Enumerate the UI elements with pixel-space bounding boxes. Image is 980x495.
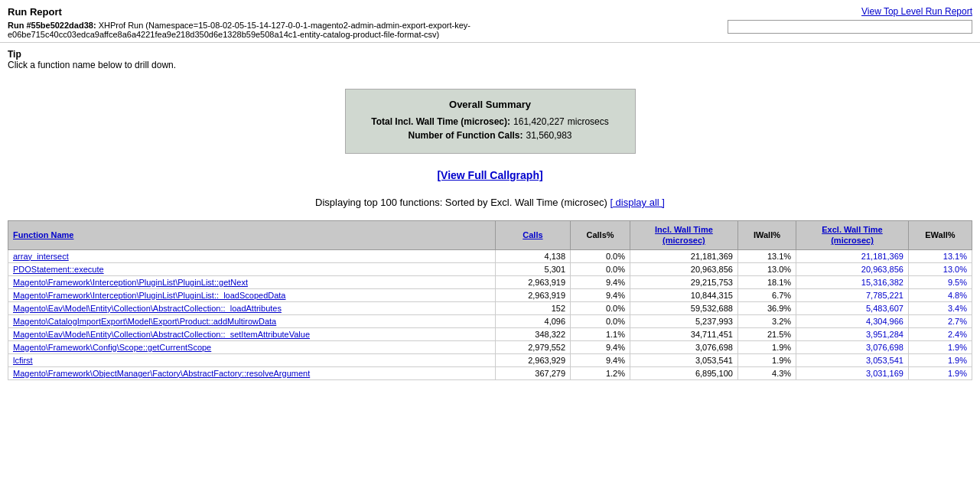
function-name-link[interactable]: Magento\Framework\Interception\PluginLis… (13, 278, 248, 287)
function-name-link[interactable]: Magento\Framework\ObjectManager\Factory\… (13, 369, 310, 378)
table-row: array_intersect4,1380.0%21,181,36913.1%2… (8, 249, 972, 262)
incl-wall-time-cell: 10,844,315 (630, 288, 737, 301)
table-header-row: Function Name Calls Calls% Incl. Wall Ti… (8, 221, 972, 250)
display-all-link[interactable]: [ display all ] (610, 197, 665, 208)
display-info-section: Displaying top 100 functions: Sorted by … (0, 197, 980, 208)
calls-cell: 4,096 (495, 314, 570, 327)
ewall-pct-cell: 1.9% (908, 366, 972, 379)
th-calls: Calls (495, 221, 570, 250)
ewall-pct-cell: 13.0% (908, 262, 972, 275)
function-name-link[interactable]: Magento\Eav\Model\Entity\Collection\Abst… (13, 304, 282, 313)
ewall-pct-cell: 1.9% (908, 353, 972, 366)
table-row: Magento\Framework\ObjectManager\Factory\… (8, 366, 972, 379)
num-calls-value: 31,560,983 (526, 130, 571, 141)
ewall-pct-cell: 3.4% (908, 301, 972, 314)
summary-calls-row: Number of Function Calls: 31,560,983 (369, 130, 612, 141)
calls-pct-cell: 9.4% (571, 353, 630, 366)
iwall-pct-cell: 18.1% (737, 275, 796, 288)
summary-title: Overall Summary (369, 99, 612, 110)
function-name-link[interactable]: array_intersect (13, 252, 69, 261)
table-row: Magento\Framework\Config\Scope::getCurre… (8, 340, 972, 353)
calls-cell: 2,963,919 (495, 275, 570, 288)
th-iwall-pct: IWall% (737, 221, 796, 250)
excl-wall-time-cell: 15,316,382 (796, 275, 909, 288)
calls-cell: 4,138 (495, 249, 570, 262)
incl-wall-time-cell: 3,076,698 (630, 340, 737, 353)
iwall-pct-cell: 13.1% (737, 249, 796, 262)
th-excl-wall-time: Excl. Wall Time(microsec) (796, 221, 909, 250)
th-incl-wall-time: Incl. Wall Time(microsec) (630, 221, 737, 250)
function-name-link[interactable]: PDOStatement::execute (13, 265, 104, 274)
calls-pct-cell: 0.0% (571, 301, 630, 314)
run-info: Run #55be5022dad38: XHProf Run (Namespac… (8, 21, 712, 39)
function-name-cell: array_intersect (8, 249, 496, 262)
excl-wall-time-cell: 21,181,369 (796, 249, 909, 262)
tip-text: Click a function name below to drill dow… (8, 60, 176, 70)
search-input[interactable] (728, 20, 972, 34)
view-callgraph-link[interactable]: [View Full Callgraph] (437, 169, 542, 181)
run-report-title: Run Report (8, 6, 712, 18)
calls-cell: 2,963,929 (495, 353, 570, 366)
incl-wall-time-cell: 20,963,856 (630, 262, 737, 275)
unit-label: microsecs (568, 116, 609, 127)
function-name-cell: Magento\Eav\Model\Entity\Collection\Abst… (8, 301, 496, 314)
function-name-link[interactable]: Magento\Eav\Model\Entity\Collection\Abst… (13, 330, 310, 339)
calls-pct-cell: 1.1% (571, 327, 630, 340)
callgraph-section: [View Full Callgraph] (0, 169, 980, 181)
iwall-pct-cell: 4.3% (737, 366, 796, 379)
function-name-cell: Magento\Framework\Config\Scope::getCurre… (8, 340, 496, 353)
excl-wall-time-cell: 7,785,221 (796, 288, 909, 301)
tip-label: Tip (8, 49, 21, 60)
calls-cell: 367,279 (495, 366, 570, 379)
calls-cell: 5,301 (495, 262, 570, 275)
function-name-link[interactable]: Magento\Framework\Interception\PluginLis… (13, 291, 285, 300)
view-top-level-link[interactable]: View Top Level Run Report (861, 6, 972, 17)
ewall-pct-cell: 2.7% (908, 314, 972, 327)
total-incl-label: Total Incl. Wall Time (microsec): (371, 116, 510, 127)
function-name-link[interactable]: lcfirst (13, 356, 33, 365)
data-table-container: Function Name Calls Calls% Incl. Wall Ti… (0, 220, 980, 396)
sort-incl-wall[interactable]: Incl. Wall Time(microsec) (655, 225, 713, 245)
table-row: Magento\Framework\Interception\PluginLis… (8, 275, 972, 288)
function-name-link[interactable]: Magento\CatalogImportExport\Model\Export… (13, 317, 276, 326)
iwall-pct-cell: 13.0% (737, 262, 796, 275)
calls-cell: 2,979,552 (495, 340, 570, 353)
ewall-pct-cell: 1.9% (908, 340, 972, 353)
excl-wall-time-cell: 3,031,169 (796, 366, 909, 379)
excl-wall-time-cell: 20,963,856 (796, 262, 909, 275)
iwall-pct-cell: 36.9% (737, 301, 796, 314)
ewall-pct-cell: 9.5% (908, 275, 972, 288)
total-incl-value: 161,420,227 (513, 116, 565, 127)
calls-pct-cell: 0.0% (571, 262, 630, 275)
excl-wall-time-cell: 4,304,966 (796, 314, 909, 327)
incl-wall-time-cell: 6,895,100 (630, 366, 737, 379)
table-row: Magento\CatalogImportExport\Model\Export… (8, 314, 972, 327)
table-row: Magento\Eav\Model\Entity\Collection\Abst… (8, 327, 972, 340)
summary-total-row: Total Incl. Wall Time (microsec): 161,42… (369, 116, 612, 127)
function-name-cell: PDOStatement::execute (8, 262, 496, 275)
incl-wall-time-cell: 5,237,993 (630, 314, 737, 327)
sort-excl-wall[interactable]: Excl. Wall Time(microsec) (822, 225, 882, 245)
num-calls-label: Number of Function Calls: (408, 130, 523, 141)
incl-wall-time-cell: 3,053,541 (630, 353, 737, 366)
header-bar: Run Report Run #55be5022dad38: XHProf Ru… (0, 0, 980, 43)
incl-wall-time-cell: 59,532,688 (630, 301, 737, 314)
iwall-pct-cell: 1.9% (737, 353, 796, 366)
header-left: Run Report Run #55be5022dad38: XHProf Ru… (8, 6, 712, 39)
calls-pct-cell: 9.4% (571, 340, 630, 353)
iwall-pct-cell: 21.5% (737, 327, 796, 340)
iwall-pct-cell: 1.9% (737, 340, 796, 353)
iwall-pct-cell: 3.2% (737, 314, 796, 327)
calls-cell: 152 (495, 301, 570, 314)
ewall-pct-cell: 13.1% (908, 249, 972, 262)
sort-calls[interactable]: Calls (523, 230, 542, 239)
function-name-cell: Magento\Framework\Interception\PluginLis… (8, 288, 496, 301)
sort-function-name[interactable]: Function Name (13, 230, 73, 239)
calls-cell: 2,963,919 (495, 288, 570, 301)
functions-table: Function Name Calls Calls% Incl. Wall Ti… (8, 220, 972, 380)
function-name-link[interactable]: Magento\Framework\Config\Scope::getCurre… (13, 343, 211, 352)
incl-wall-time-cell: 21,181,369 (630, 249, 737, 262)
tip-section: Tip Click a function name below to drill… (0, 43, 980, 77)
run-report-label: Run Report (8, 6, 62, 18)
display-info-text: Displaying top 100 functions: Sorted by … (315, 197, 607, 208)
